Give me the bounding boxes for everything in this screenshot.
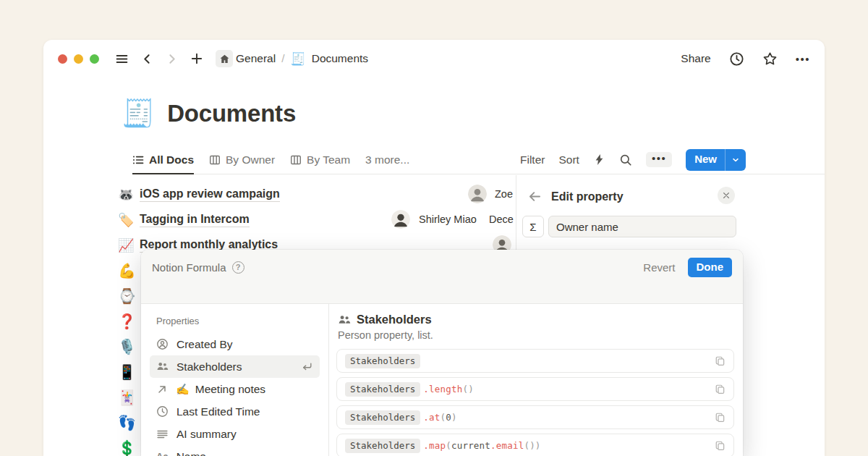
copy-icon[interactable] bbox=[715, 384, 726, 394]
filter-button[interactable]: Filter bbox=[520, 153, 545, 166]
sidebar-item-ai-summary[interactable]: AI summary bbox=[150, 423, 320, 445]
notion-formula-dialog: Notion Formula ? Revert Done Properties … bbox=[141, 250, 743, 456]
page-title-text: Documents bbox=[167, 100, 296, 127]
tab-by-owner[interactable]: By Owner bbox=[209, 145, 275, 174]
row-person: Zoe bbox=[495, 188, 513, 200]
text-property-icon: Aa bbox=[156, 451, 169, 456]
tab-label: By Team bbox=[307, 153, 350, 166]
dialog-header: Notion Formula ? Revert Done bbox=[141, 250, 743, 304]
breadcrumb-separator: / bbox=[281, 52, 284, 65]
zoom-window-button[interactable] bbox=[90, 54, 99, 64]
property-chip: Stakeholders bbox=[345, 382, 420, 397]
new-dropdown-button[interactable] bbox=[725, 149, 746, 171]
board-view-icon bbox=[209, 154, 221, 166]
sidebar-menu-icon[interactable] bbox=[115, 52, 129, 66]
sidebar-item-label: Meeting notes bbox=[195, 383, 265, 396]
home-icon[interactable] bbox=[216, 50, 233, 67]
property-chip: Stakeholders bbox=[345, 410, 420, 425]
formula-example[interactable]: Stakeholders .map(current.email()) bbox=[336, 434, 734, 456]
table-row[interactable]: 🦝 iOS app review campaign Zoe bbox=[118, 182, 559, 207]
row-emoji: 💲 bbox=[118, 439, 136, 456]
copy-icon[interactable] bbox=[715, 355, 726, 366]
sidebar-item-name[interactable]: Aa Name bbox=[150, 445, 320, 456]
row-emoji: 👣 bbox=[118, 414, 136, 431]
minimize-window-button[interactable] bbox=[74, 54, 83, 64]
help-icon[interactable]: ? bbox=[232, 261, 244, 274]
tab-all-docs[interactable]: All Docs bbox=[132, 145, 194, 174]
back-arrow-icon[interactable] bbox=[528, 190, 542, 203]
row-emoji: 💪 bbox=[118, 262, 136, 279]
row-person: Shirley Miao bbox=[419, 214, 477, 225]
view-options-icon[interactable]: ••• bbox=[646, 152, 672, 167]
section-label: Properties bbox=[150, 316, 320, 326]
copy-icon[interactable] bbox=[715, 440, 726, 451]
back-icon[interactable] bbox=[141, 53, 153, 65]
document-emoji: 🧾 bbox=[290, 51, 305, 67]
row-emoji: 📱 bbox=[118, 363, 136, 381]
property-chip: Stakeholders bbox=[345, 354, 420, 368]
more-options-icon[interactable]: ••• bbox=[796, 53, 810, 65]
sidebar-item-stakeholders[interactable]: Stakeholders bbox=[150, 355, 320, 378]
meeting-notes-emoji: ✍️ bbox=[176, 383, 190, 396]
favorite-star-icon[interactable] bbox=[762, 51, 778, 67]
row-emoji: 🃏 bbox=[118, 389, 136, 406]
breadcrumb-workspace[interactable]: General bbox=[236, 52, 276, 65]
row-emoji: ⌚ bbox=[118, 287, 136, 305]
row-emoji: 🦝 bbox=[118, 187, 140, 203]
people-icon bbox=[338, 313, 351, 326]
app-window: General / 🧾 Documents Share ••• 🧾 Docume… bbox=[43, 40, 825, 456]
tab-label: By Owner bbox=[226, 153, 275, 166]
sidebar-item-label: AI summary bbox=[176, 428, 237, 441]
automation-lightning-icon[interactable] bbox=[593, 153, 605, 166]
share-button[interactable]: Share bbox=[681, 52, 710, 65]
sort-button[interactable]: Sort bbox=[558, 153, 579, 166]
view-tabbar: All Docs By Owner By Team 3 more... Filt… bbox=[132, 145, 825, 174]
sidebar-item-created-by[interactable]: Created By bbox=[150, 333, 320, 355]
enter-return-icon bbox=[301, 360, 313, 373]
new-button[interactable]: New bbox=[686, 149, 725, 171]
row-title[interactable]: iOS app review campaign bbox=[140, 187, 280, 202]
row-title[interactable]: Tagging in Intercom bbox=[140, 213, 250, 227]
sidebar-item-meeting-notes[interactable]: ✍️ Meeting notes bbox=[150, 378, 320, 400]
close-icon[interactable] bbox=[718, 187, 735, 204]
row-emoji: 🏷️ bbox=[118, 212, 140, 228]
page-title: 🧾 Documents bbox=[122, 98, 296, 129]
arrow-up-right-icon bbox=[156, 384, 168, 395]
formula-code: .length() bbox=[423, 384, 474, 394]
board-view-icon bbox=[290, 154, 302, 166]
text-lines-icon bbox=[156, 428, 169, 440]
property-name-input[interactable]: Owner name bbox=[548, 216, 736, 237]
row-emoji: ❓ bbox=[118, 313, 136, 330]
search-icon[interactable] bbox=[619, 153, 632, 166]
formula-example[interactable]: Stakeholders .at(0) bbox=[336, 405, 734, 429]
table-row[interactable]: 🏷️ Tagging in Intercom Shirley Miao Dece bbox=[118, 207, 559, 232]
formula-example[interactable]: Stakeholders .length() bbox=[336, 377, 734, 401]
done-button[interactable]: Done bbox=[688, 258, 733, 277]
panel-title: Edit property bbox=[551, 190, 624, 203]
window-controls bbox=[58, 54, 99, 64]
new-tab-icon[interactable] bbox=[190, 52, 203, 65]
breadcrumb-page[interactable]: Documents bbox=[312, 52, 368, 65]
sidebar-item-label: Created By bbox=[176, 338, 233, 351]
formula-code: .at(0) bbox=[423, 412, 456, 423]
formula-type-button[interactable]: Σ bbox=[522, 216, 544, 237]
copy-icon[interactable] bbox=[715, 412, 726, 423]
tab-by-team[interactable]: By Team bbox=[290, 145, 350, 174]
sidebar-item-label: Last Edited Time bbox=[176, 405, 260, 418]
history-clock-icon[interactable] bbox=[729, 51, 744, 67]
formula-code: .map(current.email()) bbox=[423, 440, 540, 451]
avatar bbox=[391, 210, 410, 229]
person-circle-icon bbox=[156, 338, 169, 350]
formula-example[interactable]: Stakeholders bbox=[336, 349, 734, 373]
avatar bbox=[468, 185, 487, 203]
sidebar-item-last-edited-time[interactable]: Last Edited Time bbox=[150, 400, 320, 423]
forward-icon[interactable] bbox=[166, 53, 178, 65]
dialog-title: Notion Formula bbox=[152, 261, 226, 274]
tab-more-views[interactable]: 3 more... bbox=[365, 145, 409, 174]
property-detail: Stakeholders Person property, list. Stak… bbox=[329, 304, 743, 456]
topbar: General / 🧾 Documents Share ••• bbox=[43, 40, 825, 77]
revert-button[interactable]: Revert bbox=[643, 261, 675, 274]
close-window-button[interactable] bbox=[58, 54, 67, 64]
clock-icon bbox=[156, 405, 169, 418]
tab-label: 3 more... bbox=[365, 153, 409, 166]
